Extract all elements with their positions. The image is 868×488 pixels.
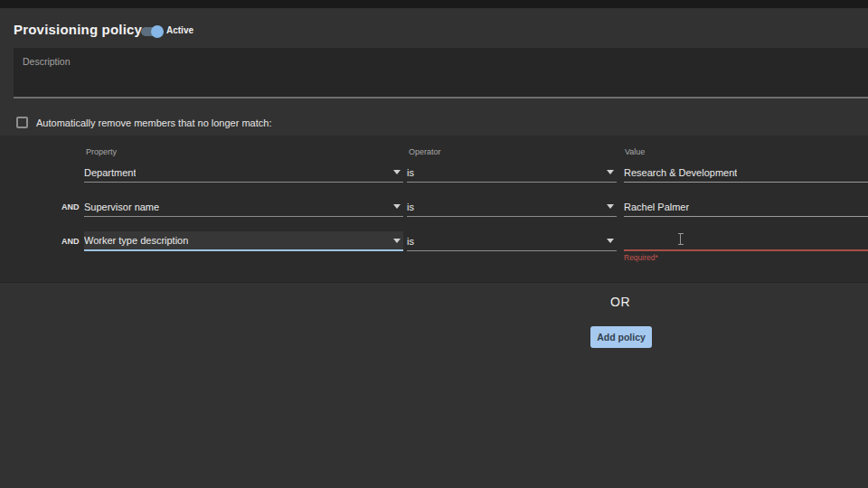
value-input-text: Research & Development — [624, 167, 737, 178]
chevron-down-icon — [393, 170, 401, 174]
value-input-text: Rachel Palmer — [624, 202, 689, 212]
operator-select-value: is — [407, 167, 414, 178]
operator-select-value: is — [407, 236, 414, 247]
chevron-down-icon — [393, 239, 401, 243]
active-toggle[interactable] — [141, 27, 162, 36]
or-separator-label: OR — [0, 295, 868, 309]
text-cursor-icon — [680, 233, 681, 245]
page-title: Provisioning policy — [14, 22, 142, 37]
operator-select[interactable]: is — [407, 197, 617, 217]
value-input[interactable]: Rachel Palmer — [624, 197, 868, 217]
column-header-value: Value — [625, 147, 645, 156]
auto-remove-checkbox[interactable] — [16, 117, 28, 128]
active-toggle-label: Active — [166, 25, 193, 35]
value-input[interactable]: Research & Development — [624, 163, 868, 183]
property-select[interactable]: Department — [84, 163, 403, 183]
top-bar — [0, 0, 868, 8]
operator-select[interactable]: is — [407, 231, 617, 251]
conjunction-label: AND — [61, 237, 80, 246]
column-header-operator: Operator — [409, 147, 441, 156]
chevron-down-icon — [607, 170, 614, 174]
chevron-down-icon — [393, 204, 401, 209]
operator-select[interactable]: is — [407, 163, 617, 183]
property-select-value: Worker type description — [84, 235, 188, 246]
chevron-down-icon — [607, 239, 614, 243]
conjunction-label: AND — [61, 202, 80, 211]
toggle-knob-icon — [151, 25, 164, 38]
description-placeholder: Description — [23, 56, 71, 67]
required-error-label: Required* — [624, 253, 658, 262]
auto-remove-label: Automatically remove members that no lon… — [36, 117, 271, 128]
property-select[interactable]: Supervisor name — [84, 197, 403, 217]
property-select-value: Supervisor name — [84, 202, 159, 212]
operator-select-value: is — [407, 202, 414, 212]
policy-rules-panel: Property Operator Value Department is Re… — [0, 136, 868, 283]
property-select[interactable]: Worker type description — [84, 231, 403, 251]
description-textarea[interactable]: Description — [14, 48, 868, 99]
value-input[interactable] — [624, 231, 868, 251]
column-header-property: Property — [86, 147, 117, 156]
property-select-value: Department — [84, 167, 136, 178]
chevron-down-icon — [607, 204, 614, 209]
add-policy-button[interactable]: Add policy — [590, 326, 652, 348]
